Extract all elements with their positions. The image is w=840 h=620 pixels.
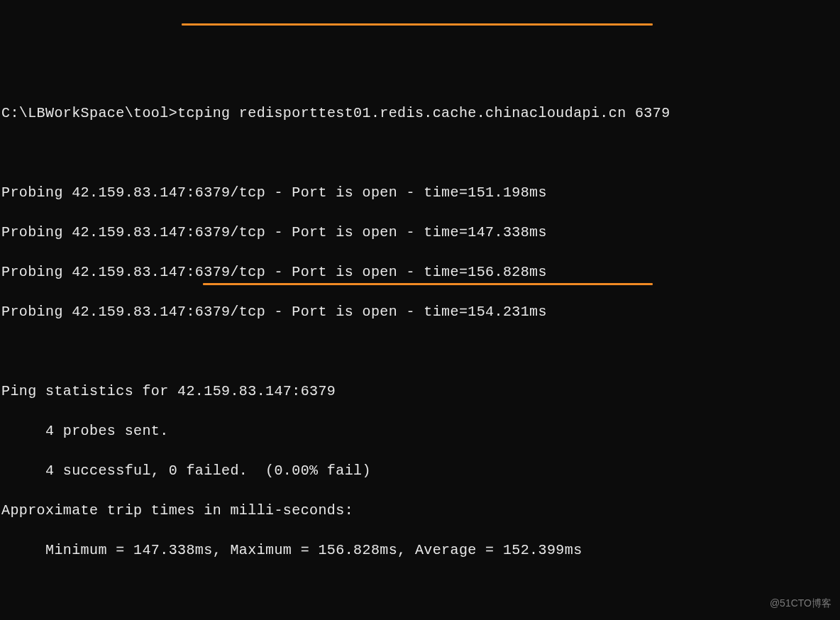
stats-result: 4 successful, 0 failed. (0.00% fail) — [1, 461, 837, 481]
probe-output: Probing 42.159.83.147:6379/tcp - Port is… — [1, 223, 837, 243]
command-text: tcping redisporttest01.redis.cache.china… — [177, 105, 670, 121]
command-line-1: C:\LBWorkSpace\tool>tcping redisporttest… — [1, 104, 837, 123]
probe-output: Probing 42.159.83.147:6379/tcp - Port is… — [1, 183, 837, 203]
stats-times: Minimum = 147.338ms, Maximum = 156.828ms… — [1, 541, 837, 560]
blank-line — [1, 580, 837, 600]
blank-line — [1, 342, 837, 362]
probe-output: Probing 42.159.83.147:6379/tcp - Port is… — [1, 262, 837, 282]
blank-line — [1, 143, 837, 163]
stats-approx: Approximate trip times in milli-seconds: — [1, 501, 837, 521]
stats-sent: 4 probes sent. — [1, 421, 837, 441]
stats-header: Ping statistics for 42.159.83.147:6379 — [1, 382, 837, 402]
highlight-underline-1 — [182, 23, 653, 26]
probe-output: Probing 42.159.83.147:6379/tcp - Port is… — [1, 302, 837, 322]
terminal-window[interactable]: C:\LBWorkSpace\tool>tcping redisporttest… — [0, 79, 840, 620]
highlight-underline-2 — [203, 283, 653, 285]
prompt: C:\LBWorkSpace\tool> — [1, 105, 177, 121]
watermark-text: @51CTO博客 — [770, 593, 831, 613]
